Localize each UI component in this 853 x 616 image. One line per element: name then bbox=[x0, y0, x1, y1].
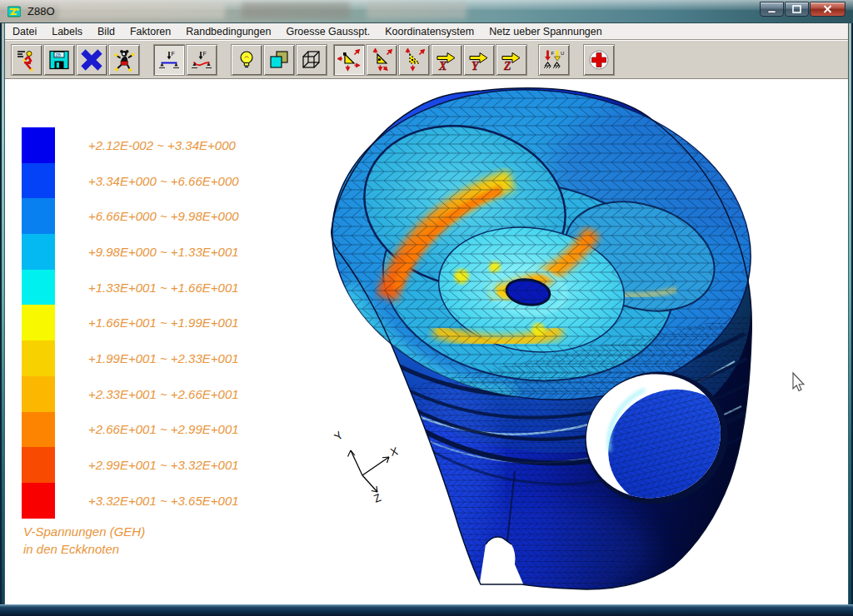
window-title: Z88O bbox=[27, 5, 55, 17]
y-axis-label: Y bbox=[332, 429, 346, 443]
menu-bar: DateiLabelsBildFaktorenRandbedingungenGr… bbox=[5, 23, 848, 40]
coordinate-triad bbox=[348, 450, 390, 492]
wireframe-cube-icon bbox=[300, 48, 323, 72]
menu-item-randbedingungen[interactable]: Randbedingungen bbox=[178, 24, 278, 39]
svg-text:Z8: Z8 bbox=[56, 52, 61, 57]
help-button[interactable] bbox=[583, 44, 615, 76]
svg-text:F: F bbox=[551, 50, 555, 55]
zoom-all-button[interactable] bbox=[333, 44, 365, 76]
deformed-structure-button[interactable]: F bbox=[186, 44, 217, 76]
move-y-button[interactable]: Y bbox=[463, 44, 495, 76]
close-button[interactable] bbox=[810, 2, 846, 17]
app-icon bbox=[7, 5, 21, 18]
window-border-right bbox=[848, 23, 853, 604]
zoom-dotted-icon bbox=[402, 48, 426, 72]
light-bulb-icon bbox=[235, 48, 258, 72]
save-button[interactable]: Z8 bbox=[43, 44, 75, 76]
svg-text:Z: Z bbox=[503, 60, 511, 72]
move-z-icon: Z bbox=[500, 48, 523, 72]
window-border-bottom bbox=[0, 604, 853, 616]
graphics-canvas: +2.12E-002 ~ +3.34E+000+3.34E+000 ~ +6.6… bbox=[5, 80, 848, 604]
move-y-icon: Y bbox=[467, 48, 491, 72]
glass-reflection bbox=[58, 2, 225, 19]
wireframe-button[interactable] bbox=[296, 44, 327, 76]
undeformed-structure-icon: F bbox=[157, 48, 181, 72]
zoom-all-icon bbox=[337, 48, 361, 72]
svg-text:U: U bbox=[561, 50, 564, 55]
window-border-left bbox=[0, 23, 5, 604]
x-axis-label: X bbox=[389, 445, 400, 459]
glass-reflection bbox=[242, 2, 350, 19]
loads-button[interactable]: F U bbox=[538, 44, 570, 76]
deformed-structure-icon: F bbox=[190, 48, 213, 72]
menu-item-faktoren[interactable]: Faktoren bbox=[122, 24, 178, 39]
save-floppy-icon: Z8 bbox=[47, 48, 71, 72]
blue-cross-button[interactable] bbox=[76, 44, 107, 76]
hidden-surfaces-icon bbox=[267, 48, 291, 72]
menu-item-netz-ueber-spannungen[interactable]: Netz ueber Spannungen bbox=[481, 24, 610, 39]
svg-text:X: X bbox=[438, 60, 447, 72]
svg-text:F: F bbox=[203, 51, 207, 57]
toolbar: Z8 F bbox=[5, 41, 848, 79]
loads-fu-icon: F U bbox=[542, 48, 566, 72]
exit-button[interactable] bbox=[108, 44, 140, 76]
exit-figure-icon bbox=[112, 48, 136, 72]
menu-item-bild[interactable]: Bild bbox=[90, 24, 122, 39]
menu-item-koordinatensystem[interactable]: Koordinatensystem bbox=[377, 24, 481, 39]
zoom-pick-button[interactable] bbox=[366, 44, 397, 76]
move-z-button[interactable]: Z bbox=[496, 44, 527, 76]
z88o-window: Z88O DateiLabelsBildFaktorenRandbedingun… bbox=[0, 0, 853, 616]
red-cross-icon bbox=[587, 48, 611, 72]
open-run-icon bbox=[15, 48, 38, 72]
light-button[interactable] bbox=[231, 44, 262, 76]
maximize-button[interactable] bbox=[785, 2, 809, 17]
zoom-dotted-button[interactable] bbox=[398, 44, 430, 76]
menu-item-groesse-gausspt[interactable]: Groesse Gausspt. bbox=[278, 24, 377, 39]
mouse-cursor bbox=[793, 373, 804, 391]
menu-item-datei[interactable]: Datei bbox=[5, 24, 44, 39]
svg-text:F: F bbox=[172, 51, 175, 57]
move-x-icon: X bbox=[435, 48, 458, 72]
minimize-button[interactable] bbox=[760, 2, 784, 17]
open-run-button[interactable] bbox=[11, 44, 42, 76]
title-bar[interactable]: Z88O bbox=[0, 0, 853, 23]
move-x-button[interactable]: X bbox=[431, 44, 462, 76]
svg-text:Y: Y bbox=[471, 60, 480, 72]
piston-fem-mesh: Y X Z bbox=[5, 80, 848, 604]
surfaces-button[interactable] bbox=[263, 44, 295, 76]
zoom-pick-icon bbox=[370, 48, 393, 72]
z-axis-label: Z bbox=[372, 491, 383, 505]
undeformed-structure-button[interactable]: F bbox=[153, 44, 185, 76]
glass-reflection bbox=[367, 2, 466, 19]
triad-labels: Y X Z bbox=[332, 429, 399, 505]
menu-item-labels[interactable]: Labels bbox=[44, 24, 90, 39]
blue-saltire-icon bbox=[80, 48, 103, 72]
